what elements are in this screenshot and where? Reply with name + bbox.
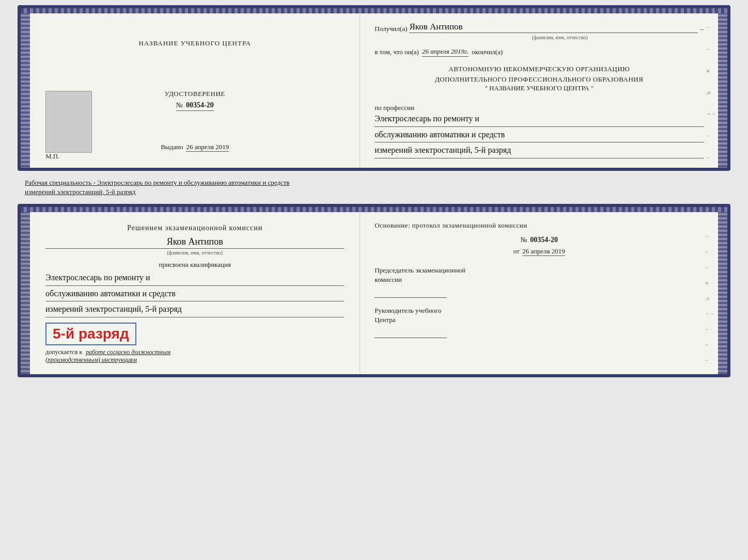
left-border: [21, 8, 30, 168]
bottom-right-border: [718, 207, 727, 374]
bottom-top-border: [21, 207, 727, 212]
director-line2: Центра: [375, 316, 395, 324]
photo-placeholder: [45, 91, 92, 153]
basis-number-display: № 00354-20: [375, 236, 704, 244]
received-label: Получил(а): [375, 25, 407, 33]
cert-number-display: № 00354-20: [176, 100, 214, 111]
cert-label-text: УДОСТОВЕРЕНИЕ: [165, 90, 225, 98]
issued-label: Выдано: [161, 143, 183, 151]
basis-number-prefix: №: [520, 236, 527, 244]
received-name: Яков Антипов: [409, 22, 698, 33]
allowed-work: работе согласно должностным: [86, 348, 170, 356]
bottom-document: Решением экзаменационной комиссии Яков А…: [18, 204, 730, 377]
chairman-signature-line: [375, 287, 447, 298]
right-border: [718, 8, 727, 168]
profession-label: по профессии: [375, 104, 704, 112]
basis-title: Основание: протокол экзаменационной коми…: [375, 220, 704, 231]
dash: –: [700, 25, 704, 33]
certifies-date: 26 апреля 2019г.: [422, 47, 469, 57]
bottom-left-border: [21, 207, 30, 374]
top-border: [21, 8, 727, 13]
profession-text: Электрослесарь по ремонту и обслуживанию…: [375, 112, 704, 158]
qualification-label: присвоена квалификация: [45, 261, 344, 269]
basis-date-display: от 26 апреля 2019: [375, 247, 704, 255]
chairman-block: Председатель экзаменационной комиссии: [375, 266, 704, 298]
qualification-text: Электрослесарь по ремонту и обслуживанию…: [45, 271, 344, 317]
chairman-line2: комиссии: [375, 276, 402, 283]
mp-stamp-label: М.П.: [45, 152, 59, 161]
org-name: " НАЗВАНИЕ УЧЕБНОГО ЦЕНТРА ": [375, 84, 704, 92]
org-block: АВТОНОМНУЮ НЕКОММЕРЧЕСКУЮ ОРГАНИЗАЦИЮ ДО…: [375, 64, 704, 92]
name-subtitle-top: (фамилия, имя, отчество): [375, 35, 704, 40]
training-center-name-left: НАЗВАНИЕ УЧЕБНОГО ЦЕНТРА: [138, 39, 251, 47]
top-document: НАЗВАНИЕ УЧЕБНОГО ЦЕНТРА УДОСТОВЕРЕНИЕ №…: [18, 5, 730, 171]
profession-line1: Электрослесарь по ремонту и: [375, 112, 704, 127]
basis-line1: Основание: протокол экзаменационной коми…: [375, 221, 527, 229]
basis-date-value: 26 апреля 2019: [522, 247, 565, 256]
certifies-line: в том, что он(а) 26 апреля 2019г. окончи…: [375, 47, 704, 57]
director-title: Руководитель учебного Центра: [375, 306, 704, 325]
org-line1: АВТОНОМНУЮ НЕКОММЕРЧЕСКУЮ ОРГАНИЗАЦИЮ: [375, 64, 704, 74]
director-line1: Руководитель учебного: [375, 307, 441, 314]
profession-line3: измерений электростанций, 5-й разряд: [375, 143, 704, 158]
cert-number-value: 00354-20: [186, 101, 214, 109]
allowed-instructions: (производственным) инструкциям: [45, 356, 137, 363]
basis-date-prefix: от: [513, 247, 520, 255]
org-line2: ДОПОЛНИТЕЛЬНОГО ПРОФЕССИОНАЛЬНОГО ОБРАЗО…: [375, 74, 704, 85]
profession-line2: обслуживанию автоматики и средств: [375, 128, 704, 143]
cert-number-prefix: №: [176, 101, 183, 109]
rank-text: 5-й разряд: [53, 326, 129, 342]
commission-title: Решением экзаменационной комиссии: [45, 222, 344, 233]
director-block: Руководитель учебного Центра: [375, 306, 704, 338]
qual-line3: измерений электростанций, 5-й разряд: [45, 302, 344, 317]
cert-left-panel: НАЗВАНИЕ УЧЕБНОГО ЦЕНТРА УДОСТОВЕРЕНИЕ №…: [30, 13, 360, 168]
certifies-end: окончил(а): [472, 48, 503, 56]
bottom-left-panel: Решением экзаменационной комиссии Яков А…: [30, 212, 360, 374]
middle-text-line1: Рабочая специальность - Электрослесарь п…: [25, 179, 289, 186]
bottom-right-panel: Основание: протокол экзаменационной коми…: [360, 212, 718, 374]
commission-name: Яков Антипов: [45, 236, 344, 249]
certifies-label: в том, что он(а): [375, 48, 419, 56]
rank-box: 5-й разряд: [45, 323, 136, 345]
middle-text-line2: измерений электростанций, 5-й разряд: [25, 188, 135, 196]
side-deco: – – и ,а ←– – – – – –: [706, 24, 715, 171]
side-letters-bottom: – – – и ,а ←– – – – –: [706, 233, 714, 377]
profession-block: по профессии Электрослесарь по ремонту и…: [375, 98, 704, 159]
qual-line2: обслуживанию автоматики и средств: [45, 287, 344, 302]
middle-description: Рабочая специальность - Электрослесарь п…: [18, 175, 730, 200]
cert-right-panel: Получил(а) Яков Антипов – (фамилия, имя,…: [360, 13, 718, 168]
allowed-block: допускается к работе согласно должностны…: [45, 348, 344, 364]
director-signature-line: [375, 328, 447, 338]
qual-line1: Электрослесарь по ремонту и: [45, 271, 344, 286]
received-line: Получил(а) Яков Антипов –: [375, 22, 704, 33]
basis-number: 00354-20: [530, 236, 558, 244]
issued-date: 26 апреля 2019: [186, 143, 229, 152]
chairman-line1: Председатель экзаменационной: [375, 266, 465, 274]
commission-name-subtitle: (фамилия, имя, отчество): [45, 250, 344, 255]
allowed-label: допускается к: [45, 348, 82, 356]
chairman-title: Председатель экзаменационной комиссии: [375, 266, 704, 284]
